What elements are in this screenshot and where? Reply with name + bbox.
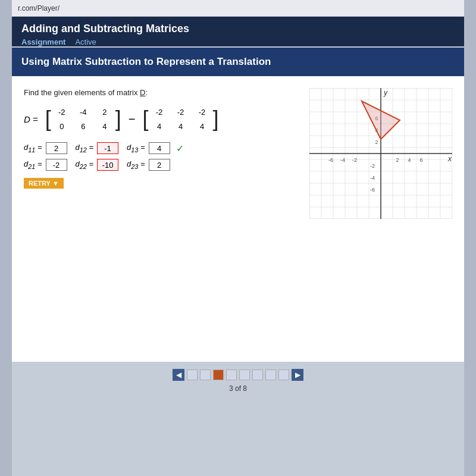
nav-dot-6[interactable] [252,369,263,380]
question-title: Using Matrix Subtraction to Represent a … [21,56,455,68]
b13: -2 [193,108,212,117]
svg-text:-4: -4 [340,157,345,163]
b23: 4 [193,122,212,131]
header-dark: Adding and Subtracting Matrices Assignme… [12,17,464,46]
nav-dot-5[interactable] [239,369,250,380]
matrix-b-grid: -2 -2 -2 4 4 4 [150,105,212,133]
d21-box[interactable]: -2 [46,159,67,171]
minus-sign: − [129,112,136,126]
prev-button[interactable]: ◀ [173,369,184,381]
a11: -2 [52,108,71,117]
header-title: Adding and Subtracting Matrices [21,23,455,35]
nav-dots: ◀ ▶ [173,369,303,381]
svg-text:x: x [447,155,452,163]
problem-text: Find the given elements of matrix D: [24,88,298,97]
b21: 4 [150,122,169,131]
a13: 2 [95,108,114,117]
svg-text:6: 6 [419,157,422,163]
svg-text:-2: -2 [352,157,357,163]
b11: -2 [150,108,169,117]
svg-text:-4: -4 [370,175,375,181]
d13-label: d13 = [127,143,145,154]
answer-row-1: d11 = 2 d12 = -1 d13 = 4 ✓ [24,142,298,154]
retry-button[interactable]: RETRY ▼ [24,178,64,189]
retry-label: RETRY [29,180,51,187]
a12: -4 [74,108,93,117]
layout-row: Find the given elements of matrix D: D =… [24,88,452,221]
svg-text:-2: -2 [370,163,375,169]
d11-label: d11 = [24,143,42,154]
content-area: Find the given elements of matrix D: D =… [12,76,464,362]
matrix-equation: D = [ -2 -4 2 0 6 4 ] − [24,105,298,133]
d13-box[interactable]: 4 [149,142,170,154]
svg-text:y: y [383,89,388,97]
bracket-right-a: ] [115,108,121,130]
bottom-nav: ◀ ▶ 3 of 8 [12,362,464,397]
b22: 4 [171,122,190,131]
a22: 6 [74,122,93,131]
screen: r.com/Player/ Adding and Subtracting Mat… [12,0,464,476]
nav-dot-8[interactable] [278,369,289,380]
svg-text:4: 4 [408,157,411,163]
matrix-b-bracket: [ -2 -2 -2 4 4 4 ] [143,105,219,133]
checkmark-icon: ✓ [176,143,184,154]
matrix-a-bracket: [ -2 -4 2 0 6 4 ] [45,105,121,133]
svg-text:-6: -6 [370,187,375,193]
d23-label: d23 = [127,159,145,170]
question-title-bar: Using Matrix Subtraction to Represent a … [12,48,464,76]
d22-box[interactable]: -10 [97,159,118,171]
svg-text:2: 2 [396,157,399,163]
graph-container: y x -6 -4 -2 2 4 6 6 4 2 -2 -4 -6 [309,88,452,221]
bracket-right-b: ] [213,108,219,130]
coordinate-graph: y x -6 -4 -2 2 4 6 6 4 2 -2 -4 -6 [309,88,452,219]
url-text: r.com/Player/ [18,4,60,12]
matrix-a-grid: -2 -4 2 0 6 4 [52,105,114,133]
d22-label: d22 = [76,159,94,170]
d11-box[interactable]: 2 [46,142,67,154]
a23: 4 [95,122,114,131]
b12: -2 [171,108,190,117]
active-label: Active [75,37,96,46]
a21: 0 [52,122,71,131]
next-button[interactable]: ▶ [292,369,303,381]
d21-label: d21 = [24,159,42,170]
bracket-left-b: [ [143,108,149,130]
nav-dot-7[interactable] [265,369,276,380]
bracket-left-a: [ [45,108,51,130]
left-content: Find the given elements of matrix D: D =… [24,88,298,189]
matrix-label: D = [24,114,38,124]
svg-text:2: 2 [375,139,378,145]
browser-bar: r.com/Player/ [12,0,464,17]
retry-arrow-icon: ▼ [52,180,59,187]
nav-dot-2[interactable] [200,369,211,380]
nav-dot-1[interactable] [187,369,198,380]
d12-box[interactable]: -1 [97,142,118,154]
d23-box[interactable]: 2 [149,159,170,171]
nav-dot-3[interactable] [213,369,224,380]
d12-label: d12 = [76,143,94,154]
assignment-label: Assignment [21,37,65,46]
header-sub: Assignment Active [21,37,455,46]
svg-text:-6: -6 [328,157,333,163]
nav-dot-4[interactable] [226,369,237,380]
answer-row-2: d21 = -2 d22 = -10 d23 = 2 [24,159,298,171]
page-count: 3 of 8 [229,384,247,393]
